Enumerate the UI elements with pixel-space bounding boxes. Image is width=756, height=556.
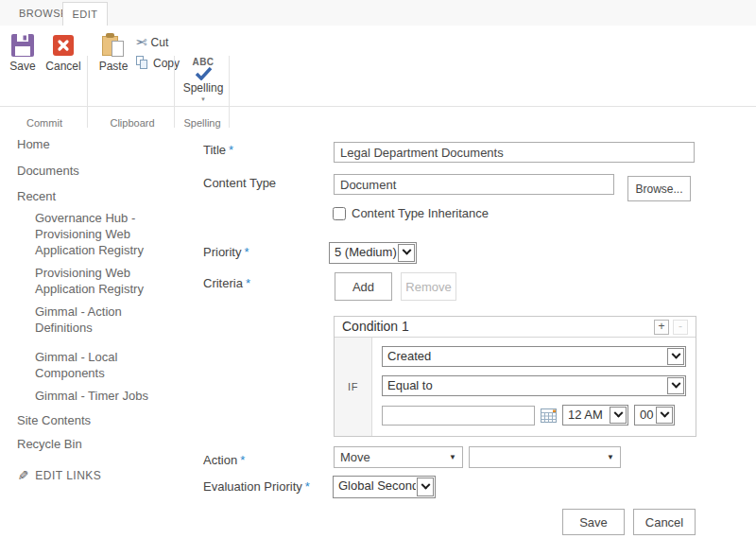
abc-text: ABC xyxy=(180,57,227,67)
priority-select-value: 5 (Medium) xyxy=(330,243,397,263)
condition-field-select[interactable]: Created xyxy=(382,346,686,367)
spelling-label: Spelling xyxy=(180,81,227,95)
condition-operator-select[interactable]: Equal to xyxy=(382,375,686,396)
content-type-inheritance-label: Content Type Inheritance xyxy=(352,206,489,220)
tab-edit[interactable]: EDIT xyxy=(62,2,108,26)
priority-select[interactable]: 5 (Medium) xyxy=(329,242,417,264)
criteria-remove-button[interactable]: Remove xyxy=(401,272,456,301)
chevron-down-icon xyxy=(656,407,673,424)
sidebar-item-documents[interactable]: Documents xyxy=(17,163,79,179)
action-target-select[interactable]: ▼ xyxy=(469,446,621,468)
group-label-spelling: Spelling xyxy=(178,117,227,129)
condition-header: Condition 1 + - xyxy=(335,317,696,338)
ribbon-spelling-button[interactable]: ABC Spelling ▼ xyxy=(180,57,227,102)
ribbon-paste-button[interactable]: Paste xyxy=(94,33,132,73)
condition-fields: Created Equal to 12 AM 00 xyxy=(372,338,696,436)
dropdown-triangle-icon: ▼ xyxy=(607,453,614,461)
pencil-icon: ✎ xyxy=(17,469,28,482)
condition-minute-value: 00 xyxy=(635,406,655,425)
save-floppy-icon xyxy=(10,33,35,58)
save-label: Save xyxy=(6,60,40,73)
group-separator xyxy=(229,56,230,128)
tab-browse[interactable]: BROWSE xyxy=(19,8,68,19)
title-input[interactable] xyxy=(334,142,695,163)
condition-field-value: Created xyxy=(383,347,666,366)
form-save-button[interactable]: Save xyxy=(562,509,625,535)
priority-field-label: Priority* xyxy=(203,245,249,259)
chevron-down-icon xyxy=(667,377,684,394)
ribbon-save-button[interactable]: Save xyxy=(6,33,40,73)
ribbon-tabstrip: BROWSE EDIT xyxy=(0,0,756,26)
cancel-label: Cancel xyxy=(43,60,83,73)
chevron-down-icon xyxy=(398,244,415,262)
title-field-label: Title* xyxy=(203,143,233,157)
criteria-add-button[interactable]: Add xyxy=(335,272,392,301)
dropdown-triangle-icon: ▼ xyxy=(449,453,456,461)
scissors-icon: ✂ xyxy=(135,35,147,49)
spelling-dropdown-caret-icon: ▼ xyxy=(180,96,227,102)
condition-hour-value: 12 AM xyxy=(563,406,609,425)
required-asterisk: * xyxy=(305,479,310,494)
action-field-label: Action* xyxy=(203,453,245,467)
content-type-inheritance-checkbox[interactable] xyxy=(333,207,346,220)
ribbon-cancel-button[interactable]: Cancel xyxy=(43,33,83,73)
sidebar-item-site-contents[interactable]: Site Contents xyxy=(17,412,91,428)
ribbon-body: Save Cancel Paste ✂ Cut Copy ABC Spellin… xyxy=(0,26,756,107)
edit-links-label: EDIT LINKS xyxy=(35,469,101,482)
condition-remove-button[interactable]: - xyxy=(673,320,688,335)
action-select[interactable]: Move ▼ xyxy=(334,446,463,468)
sidebar-item-governance-hub-provisioning[interactable]: Governance Hub - Provisioning Web Applic… xyxy=(35,210,179,258)
form-cancel-button[interactable]: Cancel xyxy=(633,509,696,535)
sidebar-item-gimmal-local-components[interactable]: Gimmal - Local Components xyxy=(35,349,179,381)
criteria-field-label: Criteria* xyxy=(203,276,250,290)
spellcheck-checkmark-icon xyxy=(194,67,213,80)
condition-add-button[interactable]: + xyxy=(654,320,669,335)
required-asterisk: * xyxy=(244,245,249,259)
content-type-field-label: Content Type xyxy=(203,176,276,190)
if-label: IF xyxy=(335,338,372,436)
browse-button[interactable]: Browse... xyxy=(627,176,691,201)
ribbon-cut-button[interactable]: ✂ Cut xyxy=(135,35,168,49)
sidebar-item-gimmal-timer-jobs[interactable]: Gimmal - Timer Jobs xyxy=(35,388,179,404)
ribbon-copy-button[interactable]: Copy xyxy=(135,56,180,70)
group-label-commit: Commit xyxy=(6,117,83,129)
group-separator xyxy=(174,56,175,128)
sidebar-item-home[interactable]: Home xyxy=(17,136,50,152)
action-select-value: Move xyxy=(340,450,370,464)
chevron-down-icon xyxy=(417,478,434,496)
chevron-down-icon xyxy=(667,348,684,365)
condition-operator-value: Equal to xyxy=(383,376,666,395)
evaluation-priority-field-label: Evaluation Priority* xyxy=(203,479,310,494)
condition-title: Condition 1 xyxy=(342,319,409,334)
group-label-clipboard: Clipboard xyxy=(94,117,170,129)
required-asterisk: * xyxy=(246,276,250,290)
required-asterisk: * xyxy=(240,453,245,467)
sidebar-item-gimmal-action-definitions[interactable]: Gimmal - Action Definitions xyxy=(35,304,179,336)
cut-label: Cut xyxy=(151,36,169,49)
copy-label: Copy xyxy=(153,57,180,70)
edit-links-button[interactable]: ✎ EDIT LINKS xyxy=(17,469,101,482)
condition-minute-select[interactable]: 00 xyxy=(634,405,675,426)
calendar-icon[interactable] xyxy=(541,408,557,424)
sidebar-item-provisioning-registry[interactable]: Provisioning Web Application Registry xyxy=(35,265,179,297)
sidebar-item-recent[interactable]: Recent xyxy=(17,188,56,204)
evaluation-priority-select[interactable]: Global Secondary xyxy=(333,476,436,498)
group-separator xyxy=(87,56,88,128)
paste-clipboard-icon xyxy=(101,33,126,58)
paste-label: Paste xyxy=(94,60,132,73)
required-asterisk: * xyxy=(229,143,233,157)
chevron-down-icon xyxy=(610,407,627,424)
copy-pages-icon xyxy=(135,56,149,70)
content-type-input[interactable] xyxy=(334,174,614,195)
condition-panel: Condition 1 + - IF Created Equal to xyxy=(334,316,696,437)
cancel-x-icon xyxy=(51,33,76,58)
evaluation-priority-value: Global Secondary xyxy=(334,477,416,497)
condition-hour-select[interactable]: 12 AM xyxy=(562,405,628,426)
condition-date-input[interactable] xyxy=(382,406,535,426)
sidebar-item-recycle-bin[interactable]: Recycle Bin xyxy=(17,436,82,452)
